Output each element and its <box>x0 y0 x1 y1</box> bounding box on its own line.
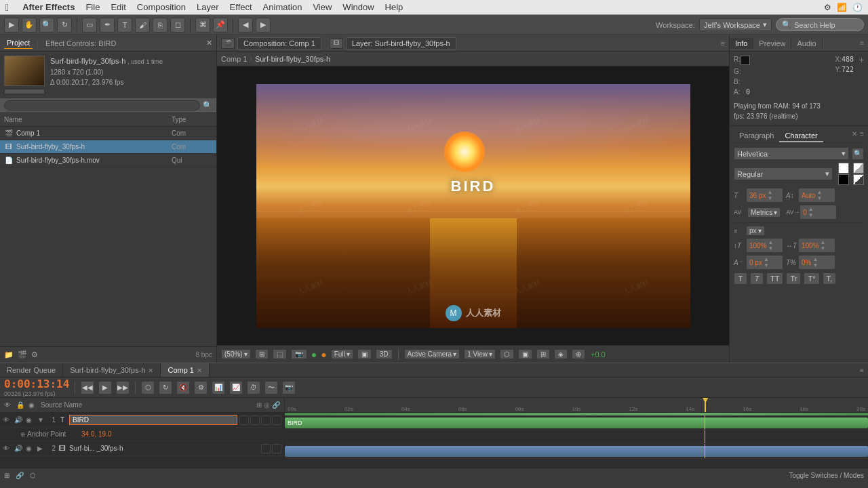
layer-row-2[interactable]: 👁 🔊 ◉ ▶ 2 🎞 Surf-bi... _30fps-h <box>0 441 284 456</box>
quality-dropdown[interactable]: Full ▾ <box>331 349 353 359</box>
char-panel-close[interactable]: ✕ <box>852 130 857 142</box>
file-item-comp1[interactable]: 🎬 Comp 1 Com <box>0 127 216 140</box>
leading-stepper[interactable]: ▲▼ <box>817 189 823 201</box>
style-Tr-small[interactable]: Tr <box>786 272 801 285</box>
tool-text[interactable]: T <box>117 18 132 33</box>
preview-tab[interactable]: Preview <box>753 38 791 49</box>
tool-pin[interactable]: 📌 <box>213 18 228 33</box>
comp-options-icon[interactable]: ≡ <box>721 39 725 47</box>
layer2-expand-icon[interactable]: ▶ <box>37 445 44 452</box>
layer2-audio-icon[interactable]: 🔊 <box>14 445 24 452</box>
new-folder-icon[interactable]: 📁 <box>4 350 14 359</box>
comp1-close-icon[interactable]: ✕ <box>197 367 202 374</box>
file-item-mov[interactable]: 📄 Surf-bird-flyby_30fps-h.mov Qui <box>0 154 216 167</box>
render-btn[interactable]: ⬡ <box>500 349 514 359</box>
project-search-input[interactable] <box>4 100 200 110</box>
tool-pen[interactable]: ✒ <box>100 18 115 33</box>
horiz-scale-stepper[interactable]: ▲▼ <box>821 239 826 251</box>
transparency-btn[interactable]: ⬚ <box>273 349 287 359</box>
tl-next-keyframe[interactable]: ▶▶ <box>116 381 130 394</box>
breadcrumb-comp[interactable]: Comp 1 <box>221 55 248 63</box>
baseline-field[interactable]: 0 px ▲▼ <box>746 255 783 270</box>
tool-hand[interactable]: ✋ <box>22 18 37 33</box>
panel-close-icon[interactable]: ✕ <box>206 39 212 47</box>
style-T-normal[interactable]: T <box>734 272 747 285</box>
tl-switches-btn[interactable]: ⊞ <box>4 472 9 479</box>
comp1-tab[interactable]: Comp 1 ✕ <box>161 363 210 377</box>
font-eyedropper-btn[interactable]: 🔍 <box>852 148 864 160</box>
size-stepper[interactable]: ▲▼ <box>767 189 772 201</box>
breadcrumb-layer[interactable]: Surf-bird-flyby_30fps-h <box>255 55 330 63</box>
layer1-solo-icon[interactable]: ◉ <box>26 416 35 424</box>
region-btn[interactable]: ▣ <box>518 349 532 359</box>
tool-eraser[interactable]: ◻ <box>170 18 185 33</box>
comp-view-btn[interactable]: ⊞ <box>536 349 550 359</box>
tl-stopwatch-btn[interactable]: ⏱ <box>247 381 260 394</box>
tl-camera2-btn[interactable]: 📷 <box>282 381 296 394</box>
fast-preview-btn[interactable]: ▣ <box>357 349 372 359</box>
tool-puppet[interactable]: ⌘ <box>195 18 210 33</box>
timeline-ruler[interactable]: 00s 02s 04s 06s 08s 10s 12s 14s 16s 18s … <box>285 398 868 413</box>
3d-btn[interactable]: 3D <box>376 349 393 359</box>
leading-field[interactable]: Auto ▲▼ <box>798 188 835 203</box>
tl-chart-btn[interactable]: 📊 <box>212 381 225 394</box>
tl-prev-keyframe[interactable]: ◀◀ <box>81 381 94 394</box>
menu-help[interactable]: Help <box>385 2 403 12</box>
tl-expressions-btn[interactable]: 🔗 <box>16 472 24 479</box>
tool-zoom[interactable]: 🔍 <box>39 18 54 33</box>
layer2-eye-icon[interactable]: 👁 <box>3 445 12 452</box>
layer1-eye-icon[interactable]: 👁 <box>3 416 12 424</box>
workspace-dropdown[interactable]: Jeff's Workspace ▾ <box>699 18 772 31</box>
sw-3[interactable] <box>261 415 271 425</box>
sw2-2[interactable] <box>272 444 281 453</box>
tool-nav-next[interactable]: ▶ <box>256 18 271 33</box>
audio-tab[interactable]: Audio <box>791 38 822 49</box>
tl-settings-btn[interactable]: ⚙ <box>194 381 208 394</box>
character-tab[interactable]: Character <box>779 130 823 142</box>
layer-row-1[interactable]: 👁 🔊 ◉ ▼ 1 T BIRD <box>0 413 284 428</box>
tl-ram-preview[interactable]: ⬡ <box>141 381 155 394</box>
surf-bird-tab[interactable]: Surf-bird-flyby_30fps-h ✕ <box>63 363 161 377</box>
font-size-field[interactable]: 36 px ▲▼ <box>746 188 783 203</box>
tl-motion-btn[interactable]: 〜 <box>264 381 278 394</box>
tl-flow-btn[interactable]: ⬡ <box>30 472 36 479</box>
anchor-point-value[interactable]: 34.0, 19.0 <box>81 430 111 438</box>
fill-color-swatch[interactable] <box>838 163 849 174</box>
sw2-1[interactable] <box>261 444 271 453</box>
tl-play-btn[interactable]: ▶ <box>98 381 112 394</box>
tl-graph-btn[interactable]: 📈 <box>229 381 243 394</box>
info-panel-options[interactable]: ≡ <box>856 39 868 47</box>
style-T-sup[interactable]: T° <box>804 272 819 285</box>
network-btn[interactable]: ◈ <box>554 349 568 359</box>
horiz-scale-field[interactable]: 100% ▲▼ <box>798 238 835 253</box>
surf-bird-close-icon[interactable]: ✕ <box>148 367 153 374</box>
settings-icon[interactable]: ⚙ <box>31 350 38 359</box>
snapshot-btn[interactable]: 📷 <box>291 349 307 359</box>
comp-tab[interactable]: Composition: Comp 1 <box>237 37 321 49</box>
toggle-label[interactable]: Toggle Switches / Modes <box>789 472 864 479</box>
fill-extra-swatch[interactable] <box>853 163 864 174</box>
font-name-dropdown[interactable]: Helvetica ▾ <box>734 147 849 160</box>
layer1-name-field[interactable]: BIRD <box>69 415 237 425</box>
style-TT-bold[interactable]: TT <box>766 272 783 285</box>
tool-rect[interactable]: ▭ <box>82 18 97 33</box>
file-item-surf[interactable]: 🎞 Surf-bird-flyby_30fps-h Com <box>0 140 216 154</box>
sw-2[interactable] <box>250 415 260 425</box>
comp-viewer[interactable]: BIRD 人人素材 人人素材 人人素材 人人素材 人人素材 人人素材 人人素材 … <box>217 66 729 345</box>
tsume-stepper[interactable]: ▲▼ <box>812 256 818 268</box>
tool-nav-prev[interactable]: ◀ <box>238 18 253 33</box>
vert-scale-stepper[interactable]: ▲▼ <box>768 239 774 251</box>
menu-layer[interactable]: Layer <box>197 2 219 12</box>
layer1-expand-icon[interactable]: ▼ <box>37 416 44 424</box>
effect-controls-tab[interactable]: Effect Controls: BIRD <box>43 38 119 49</box>
project-tab[interactable]: Project <box>4 37 33 49</box>
render-queue-tab[interactable]: Render Queue <box>0 363 63 377</box>
font-style-dropdown[interactable]: Regular ▾ <box>734 167 833 180</box>
sw-4[interactable] <box>272 415 281 425</box>
menu-animation[interactable]: Animation <box>263 2 302 12</box>
tool-rotate[interactable]: ↻ <box>57 18 72 33</box>
tl-loop-btn[interactable]: ↻ <box>159 381 172 394</box>
vert-scale-field[interactable]: 100% ▲▼ <box>746 238 783 253</box>
tool-clone[interactable]: ⎘ <box>153 18 167 33</box>
tool-brush[interactable]: 🖌 <box>135 18 150 33</box>
